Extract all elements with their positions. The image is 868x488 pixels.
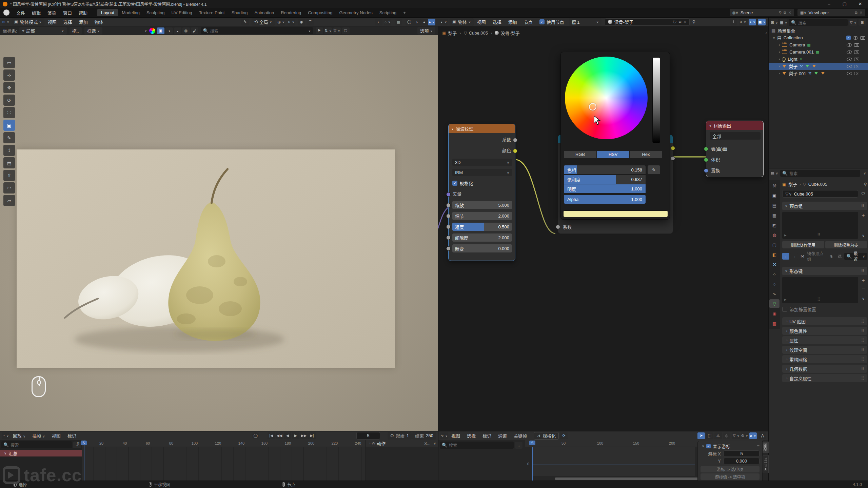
tab-particles[interactable]: ⁘: [769, 270, 780, 279]
options-dropdown[interactable]: 选项∨: [417, 27, 435, 35]
menu-object[interactable]: 物体: [91, 19, 107, 25]
editor-type-icon[interactable]: ∿∨: [440, 432, 448, 439]
pivot-point-icon[interactable]: ◎∨: [277, 19, 285, 25]
normalize-checkbox[interactable]: ✓: [452, 181, 457, 186]
value-slider-handle[interactable]: [653, 58, 660, 60]
editor-type-icon[interactable]: ⊞∨: [2, 19, 9, 25]
menu-view[interactable]: 视图: [48, 432, 64, 439]
collapse-icon[interactable]: ∨: [709, 124, 711, 127]
tool-rotate[interactable]: ⟳: [3, 95, 15, 106]
tab-view-layer[interactable]: ▦: [769, 211, 780, 220]
eyedropper-button[interactable]: ✎: [648, 165, 660, 174]
vector-input-socket[interactable]: [446, 192, 451, 197]
target-dropdown[interactable]: 全部: [710, 132, 761, 140]
color-wheel-icon[interactable]: [149, 28, 155, 34]
menu-view[interactable]: 视图: [448, 432, 463, 439]
shading-wireframe-icon[interactable]: ◯: [406, 19, 413, 25]
hue-slider[interactable]: 色相0.158: [564, 165, 646, 174]
pear-row-selected[interactable]: › 梨子 ⚒: [769, 63, 868, 70]
shading-solid-icon[interactable]: ◑: [413, 19, 420, 25]
tool-add-cube[interactable]: ⬒: [3, 157, 15, 168]
cursor-frame-line[interactable]: [532, 447, 533, 481]
maximize-button[interactable]: ▢: [837, 1, 852, 6]
unlink-icon[interactable]: ✕: [788, 11, 791, 15]
vertex-groups-panel-header[interactable]: ∨顶点组 ⠿: [782, 202, 867, 210]
transform-orientation[interactable]: ⟲ 全局∨: [252, 18, 275, 26]
remove-icon[interactable]: ✕: [860, 11, 863, 15]
alpha-output-socket[interactable]: [671, 156, 675, 161]
tab-render[interactable]: ▣: [769, 191, 780, 200]
tab-modeling[interactable]: Modeling: [118, 10, 143, 15]
coord-system-dropdown[interactable]: ⌖ 局部∨: [19, 27, 67, 35]
vertex-group-specials-button[interactable]: ∨: [860, 232, 867, 239]
box-select-icon[interactable]: ⬚: [706, 432, 713, 439]
mode-selector[interactable]: ▣ 物体模式∨: [12, 18, 44, 26]
tab-sculpting[interactable]: Sculpting: [143, 10, 168, 15]
exclude-checkbox[interactable]: ✓: [846, 36, 851, 40]
box-select-dropdown[interactable]: 框选∨: [84, 27, 102, 35]
camera-row[interactable]: › Camera ▦: [769, 41, 868, 48]
color-swatch[interactable]: [563, 210, 668, 217]
expand-icon[interactable]: ›: [779, 43, 780, 47]
falloff-icon[interactable]: ⌒: [307, 19, 314, 25]
tool-shear[interactable]: ▱: [3, 195, 15, 206]
menu-channels[interactable]: 通道: [495, 432, 510, 439]
expand-icon[interactable]: ›: [369, 442, 370, 445]
solid-mode-icon[interactable]: ▣: [157, 27, 164, 34]
shading-rendered-icon[interactable]: ●∨: [428, 19, 435, 25]
sort-icon[interactable]: ⇅∨: [324, 27, 332, 34]
slot-dropdown[interactable]: 槽 1∨: [569, 18, 601, 26]
tweak-tool-icon[interactable]: ➤: [697, 432, 705, 439]
param-distortion[interactable]: 畸变0.000: [452, 244, 512, 252]
multi-paste-button[interactable]: 彡: [828, 253, 835, 260]
snap-magnet-icon[interactable]: ∪∨: [288, 19, 295, 25]
current-frame-badge[interactable]: 5: [529, 441, 535, 445]
overlay-toggle-icon[interactable]: ◑∨: [749, 19, 756, 25]
menu-select[interactable]: 选择: [60, 19, 76, 25]
warning-icon[interactable]: ⚠: [714, 432, 722, 439]
color-wheel[interactable]: [565, 57, 648, 139]
use-nodes-checkbox[interactable]: ✓: [539, 19, 545, 24]
tab-mat-list[interactable]: Mat List: [763, 455, 769, 473]
jump-to-start-button[interactable]: |◀: [268, 432, 275, 439]
region-toggle-icon[interactable]: ▣∨: [758, 19, 766, 25]
pin-icon[interactable]: ⚲: [864, 182, 867, 187]
menu-window[interactable]: 窗口: [60, 9, 75, 16]
expand-icon[interactable]: ›: [779, 57, 780, 61]
summary-channel[interactable]: ∨汇总: [0, 450, 82, 456]
shape-key-specials-button[interactable]: ∨: [860, 295, 867, 302]
cursor-y-field[interactable]: 0.000: [724, 458, 760, 464]
tab-compositing[interactable]: Compositing: [304, 10, 336, 15]
menu-node[interactable]: 节点: [520, 19, 536, 25]
tab-layout[interactable]: Layout: [97, 9, 118, 16]
noise-type-dropdown[interactable]: fBM∨: [452, 169, 512, 176]
collapse-icon[interactable]: ∨: [702, 444, 704, 448]
editor-type-icon[interactable]: ◔∨: [2, 432, 9, 439]
jump-to-end-button[interactable]: ▶|: [308, 432, 316, 439]
camera001-row[interactable]: › Camera.001 ▦: [769, 48, 868, 56]
expand-icon[interactable]: ∨: [773, 36, 775, 40]
scene-selector[interactable]: ◍∨ Scene ⚲ ⧉ ✕: [730, 9, 794, 16]
pivot-icon[interactable]: ⊙∨: [741, 432, 748, 439]
pin-icon[interactable]: ⚲: [692, 19, 696, 24]
tab-texture[interactable]: ▩: [769, 319, 780, 328]
cursor-x-field[interactable]: 5: [724, 450, 760, 457]
wheel-cursor[interactable]: [589, 103, 596, 110]
filter-funnel-icon[interactable]: ▽∨: [732, 432, 740, 439]
volume-input-socket[interactable]: [704, 158, 708, 162]
editor-type-icon[interactable]: ◐∨: [440, 19, 448, 25]
menu-help[interactable]: 帮助: [75, 9, 91, 16]
auto-keying-icon[interactable]: ◯: [252, 432, 259, 439]
tool-extrude[interactable]: ⇧: [3, 170, 15, 181]
paint-mask-icon[interactable]: ◒: [174, 27, 181, 34]
options-icon[interactable]: ∨: [864, 171, 866, 175]
tab-scene[interactable]: ◩: [769, 221, 780, 229]
bookmark-icon[interactable]: ⚑: [316, 27, 323, 34]
drag-dropdown[interactable]: 拖..: [70, 27, 82, 35]
noise-texture-node[interactable]: ∨ 噪波纹理 系数 颜色 3D∨ fBM∨ ✓ 规格化 矢量 缩放5.000: [448, 124, 515, 261]
copy-left-button[interactable]: ←: [782, 253, 789, 260]
eye-icon[interactable]: [847, 50, 852, 54]
slope-icon[interactable]: ⋀: [759, 432, 766, 439]
surface-input-socket[interactable]: [704, 147, 708, 151]
menu-view[interactable]: 视图: [44, 19, 60, 25]
